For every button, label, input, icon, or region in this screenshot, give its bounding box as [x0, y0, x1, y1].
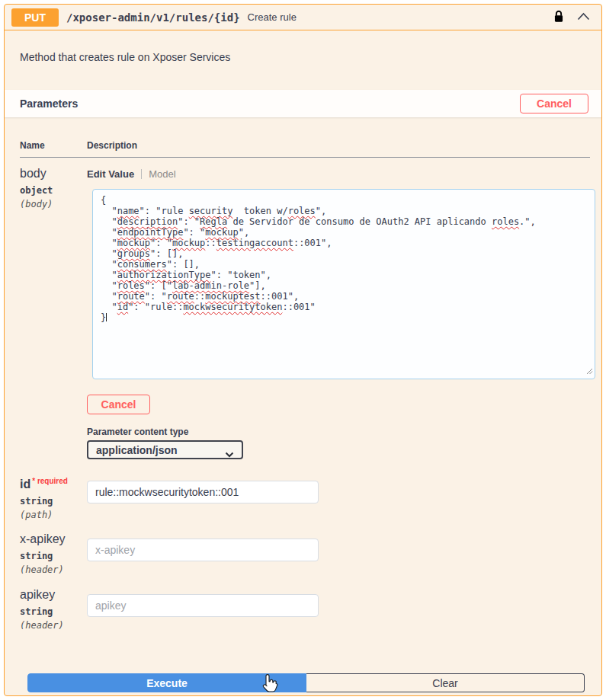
parameters-table: Name Description body object (body) Edit… — [5, 117, 601, 692]
column-header-description: Description — [87, 140, 590, 151]
content-type-select[interactable]: application/json — [87, 440, 243, 459]
parameters-title: Parameters — [20, 97, 520, 110]
body-editor-tabs: Edit Value Model — [87, 167, 590, 180]
required-flag: * required — [32, 477, 68, 485]
auth-lock-button[interactable] — [550, 9, 567, 26]
x-apikey-input[interactable] — [87, 539, 319, 561]
parameters-table-header: Name Description — [20, 140, 590, 158]
chevron-down-icon — [225, 448, 234, 460]
param-name-id: id* required — [20, 475, 87, 491]
tab-divider — [141, 169, 142, 179]
operation-summary-bar[interactable]: PUT /xposer-admin/v1/rules/{id} Create r… — [5, 5, 601, 30]
param-location-x-apikey: (header) — [20, 564, 87, 575]
chevron-up-icon — [577, 11, 590, 23]
parameters-section-header: Parameters Cancel — [5, 90, 601, 117]
table-row-id-param: id* required string (path) — [20, 475, 590, 520]
collapse-operation-button[interactable] — [575, 11, 592, 23]
put-operation-block: PUT /xposer-admin/v1/rules/{id} Create r… — [4, 4, 602, 696]
http-method-badge: PUT — [11, 8, 59, 27]
param-location-body: (body) — [20, 199, 87, 209]
table-row-x-apikey-param: x-apikey string (header) — [20, 532, 590, 575]
param-name-body: body — [20, 167, 87, 181]
table-row-body-param: body object (body) Edit Value Model { "n… — [20, 158, 590, 459]
endpoint-summary: Create rule — [248, 11, 297, 23]
param-name-apikey: apikey — [20, 588, 87, 602]
execute-button[interactable]: Execute — [27, 673, 306, 692]
param-type-apikey: string — [20, 606, 87, 617]
apikey-input[interactable] — [87, 594, 319, 617]
param-type-id: string — [20, 496, 87, 507]
tab-model[interactable]: Model — [149, 168, 175, 180]
cancel-try-out-button[interactable]: Cancel — [520, 94, 588, 113]
param-location-id: (path) — [20, 510, 87, 520]
body-json-editor[interactable]: { "name": "rule security token w/roles",… — [92, 189, 595, 379]
textarea-resize-grip[interactable] — [586, 366, 593, 377]
param-type-x-apikey: string — [20, 551, 87, 561]
execute-actions-row: Execute Clear — [27, 673, 585, 692]
param-name-x-apikey: x-apikey — [20, 532, 87, 546]
column-header-name: Name — [20, 140, 87, 151]
table-row-apikey-param: apikey string (header) — [20, 588, 590, 631]
operation-description: Method that creates rule on Xposer Servi… — [5, 30, 601, 90]
param-location-apikey: (header) — [20, 620, 87, 631]
param-type-body: object — [20, 185, 87, 196]
parameter-content-type-label: Parameter content type — [87, 427, 590, 437]
content-type-value: application/json — [96, 444, 178, 456]
text-caret — [106, 313, 107, 321]
lock-icon — [553, 9, 565, 26]
cancel-body-edit-button[interactable]: Cancel — [87, 395, 150, 414]
clear-button[interactable]: Clear — [306, 673, 585, 692]
endpoint-path: /xposer-admin/v1/rules/{id} — [66, 11, 240, 24]
id-input[interactable] — [87, 481, 319, 503]
tab-edit-value[interactable]: Edit Value — [87, 168, 134, 180]
